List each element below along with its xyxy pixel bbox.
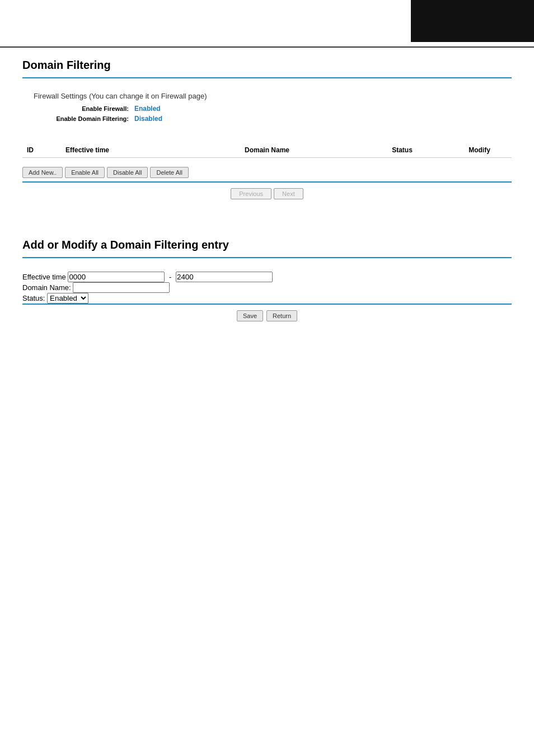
add-modify-divider — [22, 257, 512, 258]
add-modify-title: Add or Modify a Domain Filtering entry — [22, 239, 512, 251]
domain-filtering-title: Domain Filtering — [22, 59, 512, 72]
col-modify: Modify — [447, 143, 512, 158]
return-button[interactable]: Return — [266, 310, 297, 321]
domain-name-row: Domain Name: — [22, 282, 512, 293]
domain-name-input[interactable] — [73, 282, 170, 293]
section-spacer — [22, 205, 512, 239]
enable-domain-filtering-label: Enable Domain Filtering: — [34, 115, 129, 122]
col-status: Status — [357, 143, 447, 158]
domain-name-label: Domain Name: — [22, 283, 71, 292]
firewall-settings-title: Firewall Settings (You can change it on … — [34, 92, 500, 100]
status-label: Status: — [22, 294, 45, 302]
top-bar-right-block — [411, 0, 534, 42]
table-header-row: ID Effective time Domain Name Status Mod… — [22, 143, 512, 158]
col-effective-time: Effective time — [61, 143, 177, 158]
enable-firewall-label: Enable Firewall: — [34, 105, 129, 112]
previous-button[interactable]: Previous — [231, 188, 271, 199]
add-new-button[interactable]: Add New.. — [22, 167, 63, 178]
enable-domain-filtering-row: Enable Domain Filtering: Disabled — [34, 115, 500, 123]
pagination-row: Previous Next — [22, 181, 512, 205]
time-from-input[interactable] — [68, 272, 165, 282]
action-buttons-row: Add New.. Enable All Disable All Delete … — [22, 164, 512, 181]
domain-filter-table: ID Effective time Domain Name Status Mod… — [22, 143, 512, 158]
top-bar — [0, 0, 534, 48]
save-button[interactable]: Save — [237, 310, 263, 321]
content-area: Domain Filtering Firewall Settings (You … — [0, 48, 534, 338]
enable-all-button[interactable]: Enable All — [65, 167, 105, 178]
delete-all-button[interactable]: Delete All — [150, 167, 188, 178]
form-bottom-buttons: Save Return — [22, 304, 512, 327]
status-row: Status: Enabled Disabled — [22, 293, 512, 304]
firewall-info-box: Firewall Settings (You can change it on … — [22, 86, 512, 134]
enable-firewall-row: Enable Firewall: Enabled — [34, 105, 500, 113]
col-domain-name: Domain Name — [177, 143, 357, 158]
status-select[interactable]: Enabled Disabled — [47, 293, 88, 304]
effective-time-label: Effective time — [22, 273, 66, 281]
col-id: ID — [22, 143, 61, 158]
effective-time-row: Effective time - — [22, 272, 512, 282]
next-button[interactable]: Next — [274, 188, 303, 199]
top-divider — [22, 77, 512, 78]
enable-firewall-value: Enabled — [134, 105, 161, 113]
disable-all-button[interactable]: Disable All — [107, 167, 148, 178]
form-area: Effective time - Domain Name: Status: En… — [22, 266, 512, 304]
add-modify-section: Add or Modify a Domain Filtering entry E… — [22, 239, 512, 327]
enable-domain-filtering-value: Disabled — [134, 115, 162, 123]
time-to-input[interactable] — [176, 272, 273, 282]
time-separator: - — [169, 273, 171, 281]
